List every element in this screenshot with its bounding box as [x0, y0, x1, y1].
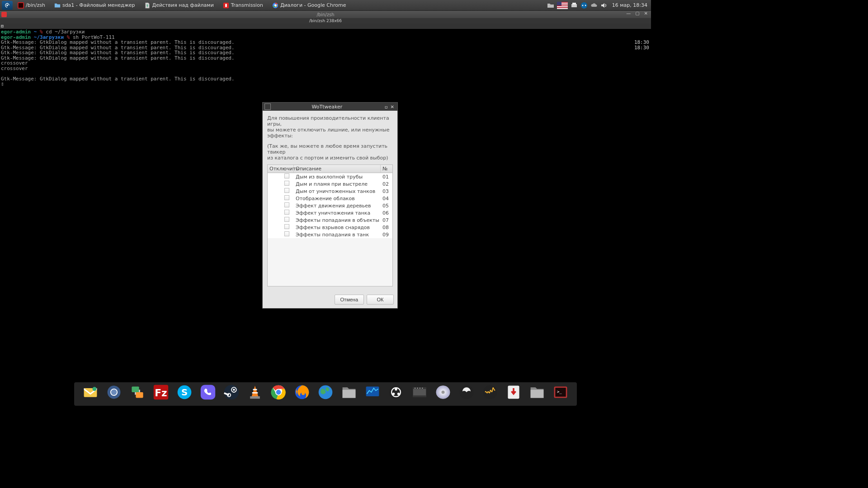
disable-checkbox[interactable] — [284, 217, 289, 222]
dock-video-icon[interactable] — [410, 383, 429, 401]
dock-network-icon[interactable] — [128, 383, 146, 401]
folder-icon — [54, 2, 61, 9]
svg-rect-14 — [132, 386, 139, 392]
dock-files-icon[interactable] — [340, 383, 358, 401]
table-row[interactable]: Эффекты взрывов снарядов 08 — [268, 224, 392, 231]
disable-checkbox[interactable] — [284, 188, 289, 193]
clock[interactable]: 16 мар, 18:34 — [610, 2, 649, 8]
task-transmission[interactable]: Transmission — [219, 1, 267, 9]
chrome-icon — [272, 2, 278, 9]
row-desc: Эффект движения деревьев — [294, 203, 381, 209]
disable-checkbox[interactable] — [284, 195, 289, 200]
disable-checkbox[interactable] — [284, 210, 289, 215]
dock-firefox-icon[interactable] — [293, 383, 311, 401]
dialog-desc-l4: из каталога с портом и изменить свой выб… — [267, 155, 388, 161]
disable-checkbox[interactable] — [284, 174, 289, 178]
transmission-icon — [223, 2, 229, 9]
task-zsh[interactable]: /bin/zsh — [16, 1, 49, 9]
dialog-titlebar[interactable]: WoTtweaker ▫ ✕ — [263, 103, 397, 111]
row-num: 06 — [381, 210, 392, 216]
dialog-app-icon — [264, 103, 271, 110]
disable-checkbox[interactable] — [284, 231, 289, 236]
svg-rect-42 — [415, 388, 415, 389]
effects-table: Отключить Описание № Дым из выхлопной тр… — [267, 164, 393, 286]
row-num: 04 — [381, 196, 392, 202]
row-desc: Отображение облаков — [294, 196, 381, 202]
dock-mail-icon[interactable] — [81, 383, 99, 401]
start-button[interactable] — [2, 1, 13, 10]
terminal-title: /bin/zsh — [317, 12, 335, 17]
row-num: 08 — [381, 225, 392, 230]
task-file-manager[interactable]: sda1 - Файловый менеджер — [51, 1, 139, 9]
row-desc: Дым и пламя при выстреле — [294, 181, 381, 187]
svg-rect-20 — [201, 385, 215, 399]
row-num: 01 — [381, 174, 392, 180]
dock-steam-icon[interactable] — [222, 383, 241, 401]
col-disable-header[interactable]: Отключить — [268, 165, 294, 173]
dialog-desc-l2: вы можете отключить лишние, или ненужные… — [267, 127, 390, 139]
row-num: 03 — [381, 188, 392, 194]
svg-rect-2 — [19, 3, 24, 8]
tray-printer-icon[interactable] — [571, 2, 578, 9]
dock-vlc-icon[interactable] — [246, 383, 264, 401]
volume-icon[interactable] — [600, 2, 608, 9]
task-label: sda1 - Файловый менеджер — [62, 2, 135, 8]
dock-skype-icon[interactable]: S — [175, 383, 193, 401]
dock-globe-icon[interactable] — [316, 383, 335, 401]
dialog-close-button[interactable]: ✕ — [389, 104, 396, 109]
top-panel: /bin/zsh sda1 - Файловый менеджер Действ… — [0, 0, 651, 11]
table-row[interactable]: Эффект движения деревьев 05 — [268, 202, 392, 209]
table-row[interactable]: Дым от уничтоженных танков 03 — [268, 188, 392, 195]
tray-folder-icon[interactable] — [547, 2, 554, 9]
dock-filezilla-icon[interactable]: Fz — [152, 383, 170, 401]
system-tray: 16 мар, 18:34 — [547, 2, 649, 9]
disable-checkbox[interactable] — [284, 202, 289, 207]
row-num: 09 — [381, 232, 392, 238]
row-desc: Эффекты попадания в объекты — [294, 217, 381, 223]
dock-obs-icon[interactable] — [387, 383, 405, 401]
col-desc-header[interactable]: Описание — [294, 165, 381, 173]
col-num-header[interactable]: № — [381, 165, 392, 173]
dock-torrent-icon[interactable] — [505, 383, 523, 401]
dialog-maximize-button[interactable]: ▫ — [383, 104, 389, 109]
close-button[interactable]: ✕ — [643, 11, 649, 16]
svg-rect-8 — [572, 3, 576, 5]
table-row[interactable]: Отображение облаков 04 — [268, 195, 392, 202]
dock-terminal-icon[interactable]: >_ — [552, 383, 570, 401]
dock-monitor-icon[interactable] — [363, 383, 382, 401]
terminal-body[interactable]: egor-admin ~ % cd ~/Загрузки18:30 egor-a… — [0, 29, 651, 87]
table-row[interactable]: Дым из выхлопной трубы 01 — [268, 173, 392, 180]
dock-remmina-icon[interactable] — [105, 383, 123, 401]
keyboard-layout-icon[interactable] — [557, 2, 568, 9]
svg-rect-27 — [252, 392, 258, 394]
svg-point-36 — [395, 388, 397, 390]
task-file-actions[interactable]: Действия над файлами — [141, 1, 217, 9]
minimize-button[interactable]: — — [625, 11, 632, 16]
table-row[interactable]: Эффекты попадания в объекты 07 — [268, 216, 392, 224]
tray-cloud-icon[interactable] — [590, 2, 598, 9]
task-label: Действия над файлами — [152, 2, 214, 8]
disable-checkbox[interactable] — [284, 181, 289, 186]
row-desc: Эффекты взрывов снарядов — [294, 225, 381, 230]
dock-audio-icon[interactable] — [481, 383, 499, 401]
disable-checkbox[interactable] — [284, 224, 289, 229]
dock-folder2-icon[interactable] — [528, 383, 546, 401]
svg-rect-43 — [417, 388, 418, 389]
dock-viber-icon[interactable] — [199, 383, 217, 401]
table-row[interactable]: Эффект уничтожения танка 06 — [268, 209, 392, 216]
table-row[interactable]: Эффекты попадания в танк 09 — [268, 231, 392, 238]
cancel-button[interactable]: Отмена — [335, 295, 364, 305]
row-num: 05 — [381, 203, 392, 209]
terminal-app-icon — [1, 12, 7, 17]
ok-button[interactable]: ОК — [367, 295, 394, 305]
tray-teamviewer-icon[interactable] — [580, 2, 588, 9]
dock-chrome-icon[interactable] — [269, 383, 288, 401]
table-row[interactable]: Дым и пламя при выстреле 02 — [268, 180, 392, 188]
task-chrome[interactable]: Диалоги - Google Chrome — [269, 1, 350, 9]
svg-rect-25 — [250, 396, 260, 399]
maximize-button[interactable]: ▢ — [634, 11, 641, 16]
dock-eagle-icon[interactable] — [458, 383, 476, 401]
terminal-titlebar[interactable]: /bin/zsh — ▢ ✕ — [0, 11, 651, 18]
dock-disc-icon[interactable] — [434, 383, 452, 401]
row-desc: Эффекты попадания в танк — [294, 232, 381, 238]
